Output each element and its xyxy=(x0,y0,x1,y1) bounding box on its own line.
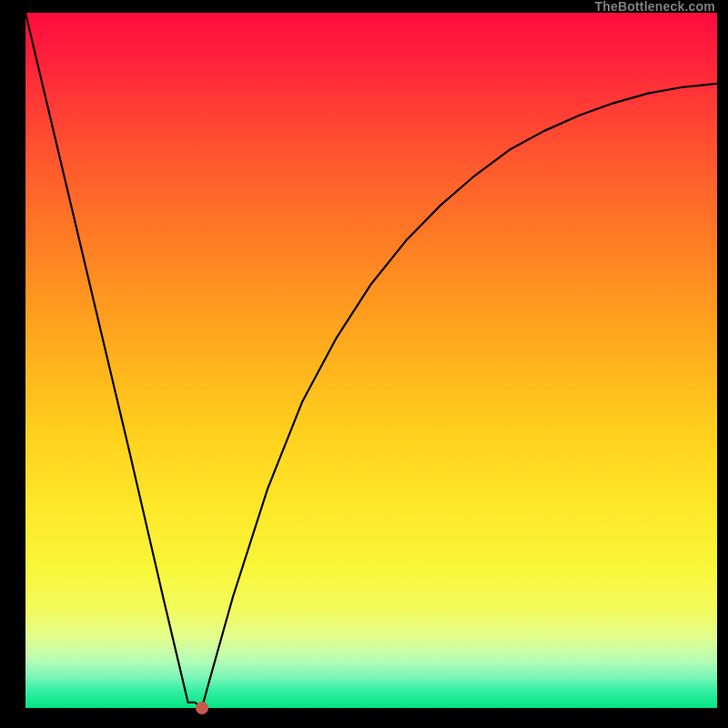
attribution-label: TheBottleneck.com xyxy=(594,0,715,13)
chart-frame: TheBottleneck.com xyxy=(0,0,728,728)
bottleneck-curve-path xyxy=(25,13,717,708)
minimum-marker xyxy=(196,702,208,714)
plot-area xyxy=(25,13,717,708)
curve-svg xyxy=(25,13,717,708)
